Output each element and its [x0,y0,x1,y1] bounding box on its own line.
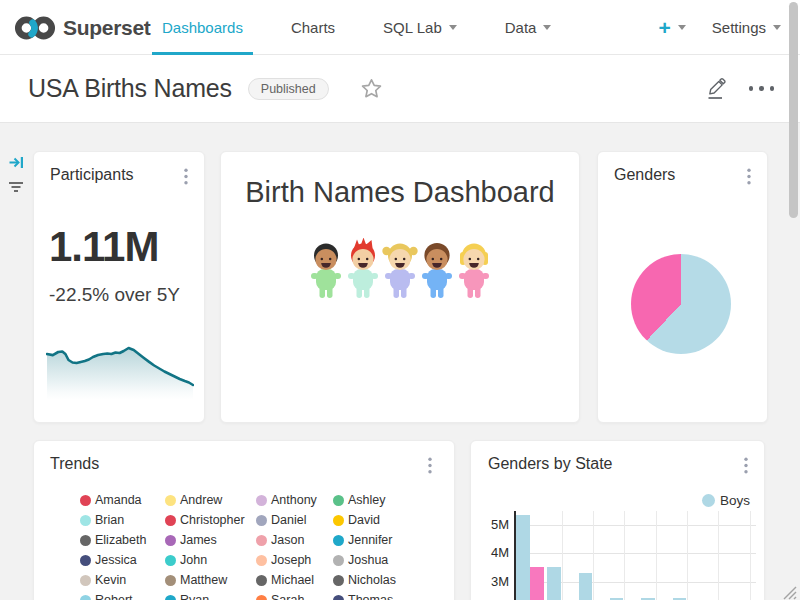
legend-swatch [256,555,267,566]
gridline [514,553,756,554]
legend-label: Joshua [348,553,388,567]
legend-label: Robert [95,593,133,600]
legend-item-joshua[interactable]: Joshua [333,553,433,567]
legend-label: Thomas [348,593,393,600]
legend-item-amanda[interactable]: Amanda [80,493,165,507]
legend-item-james[interactable]: James [165,533,256,547]
gridline [656,511,657,600]
genders-by-state-bar-chart: 5M4M3M [471,441,765,600]
edit-dashboard-button[interactable] [705,77,729,101]
legend-item-brian[interactable]: Brian [80,513,165,527]
new-button[interactable]: + [659,17,686,38]
genders-card: Genders [597,151,768,423]
legend-item-daniel[interactable]: Daniel [256,513,333,527]
legend-item-anthony[interactable]: Anthony [256,493,333,507]
bar-boys-1[interactable] [547,567,561,600]
legend-swatch [256,495,267,506]
published-badge[interactable]: Published [248,78,329,100]
child-blonde-bob-pink-shirt [456,238,492,300]
legend-label: Anthony [271,493,317,507]
superset-logo-icon [14,14,56,42]
legend-item-ashley[interactable]: Ashley [333,493,433,507]
legend-swatch [333,575,344,586]
legend-swatch [256,575,267,586]
genders-pie-chart[interactable] [631,254,731,354]
favorite-star-button[interactable] [361,78,382,99]
legend-item-john[interactable]: John [165,553,256,567]
legend-swatch [165,495,176,506]
brand-name: Superset [63,16,150,40]
expand-filter-bar-button[interactable] [8,154,25,175]
legend-item-david[interactable]: David [333,513,433,527]
legend-item-jennifer[interactable]: Jennifer [333,533,433,547]
legend-item-matthew[interactable]: Matthew [165,573,256,587]
legend-label: Jessica [95,553,137,567]
legend-label: Nicholas [348,573,396,587]
legend-item-jessica[interactable]: Jessica [80,553,165,567]
legend-label: Daniel [271,513,306,527]
children-emoji-row [221,238,579,300]
legend-swatch [333,555,344,566]
legend-label: Andrew [180,493,222,507]
bar-boys-2[interactable] [579,573,593,600]
bar-girls-0[interactable] [530,567,544,600]
legend-item-elizabeth[interactable]: Elizabeth [80,533,165,547]
child-brown-hair-blue-shirt [419,238,455,300]
nav-item-dashboards[interactable]: Dashboards [160,0,245,55]
legend-label: James [180,533,217,547]
participants-big-number: 1.11M [49,226,158,268]
bar-boys-0[interactable] [516,515,530,600]
participants-card-title: Participants [50,166,134,184]
legend-swatch [80,575,91,586]
trends-legend: AmandaAndrewAnthonyAshleyBrianChristophe… [80,490,433,600]
filter-icon-button[interactable] [8,181,24,199]
legend-label: Christopher [180,513,245,527]
legend-item-jason[interactable]: Jason [256,533,333,547]
legend-label: Joseph [271,553,311,567]
settings-menu[interactable]: Settings [712,19,781,36]
legend-label: Michael [271,573,314,587]
nav-item-charts[interactable]: Charts [289,0,337,55]
child-blonde-pigtails-purple [382,238,418,300]
kebab-menu-icon[interactable] [422,455,438,480]
legend-item-andrew[interactable]: Andrew [165,493,256,507]
plus-icon: + [659,17,671,38]
nav-right: + Settings [659,0,781,55]
legend-item-sarah[interactable]: Sarah [256,593,333,600]
genders-by-state-card: Genders by State Boys 5M4M3M [470,440,765,600]
legend-item-christopher[interactable]: Christopher [165,513,256,527]
kebab-menu-icon[interactable] [741,166,757,191]
page-scrollbar-thumb[interactable] [789,2,798,218]
markdown-card: Birth Names Dashboard [220,151,580,423]
legend-swatch [333,515,344,526]
pencil-icon [705,77,729,101]
legend-item-michael[interactable]: Michael [256,573,333,587]
legend-label: Sarah [271,593,304,600]
legend-swatch [333,495,344,506]
legend-label: Matthew [180,573,227,587]
legend-label: Ashley [348,493,386,507]
card-resize-handle[interactable] [779,582,797,600]
superset-logo[interactable]: Superset [14,0,150,55]
settings-label: Settings [712,19,766,36]
nav-item-sql-lab[interactable]: SQL Lab [381,0,459,55]
legend-item-kevin[interactable]: Kevin [80,573,165,587]
legend-swatch [165,535,176,546]
legend-swatch [80,535,91,546]
nav-menu: DashboardsChartsSQL LabData [160,0,553,55]
nav-item-data[interactable]: Data [503,0,554,55]
legend-swatch [165,555,176,566]
legend-item-thomas[interactable]: Thomas [333,593,433,600]
more-actions-button[interactable] [745,82,779,95]
legend-item-robert[interactable]: Robert [80,593,165,600]
legend-item-nicholas[interactable]: Nicholas [333,573,433,587]
y-axis-tick-label: 5M [483,517,509,532]
legend-swatch [165,515,176,526]
legend-item-ryan[interactable]: Ryan [165,593,256,600]
y-axis-tick-label: 4M [483,545,509,560]
legend-swatch [256,515,267,526]
legend-swatch [80,595,91,600]
gridline [514,525,756,526]
kebab-menu-icon[interactable] [178,166,194,191]
legend-item-joseph[interactable]: Joseph [256,553,333,567]
